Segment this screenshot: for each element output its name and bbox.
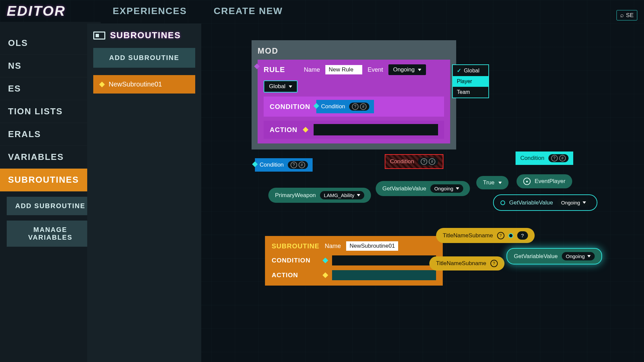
subroutine-name: NewSubroutine01 <box>109 80 162 88</box>
condition-chip-error[interactable]: Condition ?# <box>385 154 444 169</box>
title-subname-pill[interactable]: TitleNameSubname ? ? <box>436 228 535 243</box>
pill-label: GetVariableValue <box>382 185 426 192</box>
event-dropdown[interactable]: Ongoing <box>388 64 426 75</box>
pill-value-dropdown[interactable]: Ongoing <box>557 198 590 207</box>
top-bar: EDITOR EXPERIENCES CREATE NEW ⌕ SE <box>0 0 644 22</box>
help-icon[interactable]: ? <box>490 260 498 267</box>
pill-value: Ongoing <box>434 186 453 191</box>
chevron-down-icon <box>456 187 459 190</box>
scope-value: Global <box>269 83 285 90</box>
pill-value: Ongoing <box>561 200 580 205</box>
id-icon[interactable]: # <box>559 155 566 162</box>
get-variable-pill-glow[interactable]: GetVariableValue Ongoing <box>506 248 602 264</box>
event-label: Event <box>368 66 383 73</box>
event-player-pill[interactable]: ● EventPlayer <box>517 174 572 188</box>
action-label: ACTION <box>270 126 298 134</box>
badge-group: ?# <box>548 154 569 162</box>
badge-group: ?# <box>288 161 308 169</box>
pill-value: LAMG_Ability <box>324 192 355 198</box>
manage-variables-button[interactable]: MANAGE VARIABLES <box>7 221 94 247</box>
pill-value-dropdown[interactable]: LAMG_Ability <box>320 191 365 199</box>
diamond-icon <box>99 81 105 87</box>
condition-slot[interactable] <box>332 255 436 265</box>
left-sidebar: OLS NS ES TION LISTS ERALS VARIABLES SUB… <box>0 22 101 362</box>
add-subroutine-button-panel[interactable]: ADD SUBROUTINE <box>93 48 195 68</box>
tab-create-new[interactable]: CREATE NEW <box>214 6 283 16</box>
primary-weapon-pill[interactable]: PrimaryWeapon LAMG_Ability <box>268 188 371 203</box>
action-slot[interactable] <box>332 270 436 280</box>
help-icon: ? <box>521 233 524 238</box>
subroutine-block[interactable]: SUBROUTINE Name NewSubroutine01 CONDITIO… <box>265 236 443 286</box>
chevron-down-icon <box>587 255 591 257</box>
sidebar-item[interactable]: ES <box>0 77 101 100</box>
sidebar-item[interactable]: ERALS <box>0 123 101 146</box>
sidebar-item[interactable]: NS <box>0 55 101 77</box>
sidebar-item[interactable]: VARIABLES <box>0 146 101 169</box>
condition-chip-blue[interactable]: Condition ?# <box>255 158 313 172</box>
sub-condition-row[interactable]: CONDITION <box>272 255 436 265</box>
sub-action-row[interactable]: ACTION <box>272 270 436 280</box>
sidebar-item[interactable]: OLS <box>0 32 101 55</box>
condition-chip[interactable]: Condition ? # <box>316 100 374 113</box>
name-label: Name <box>304 66 320 73</box>
help-icon[interactable]: ? <box>352 103 359 110</box>
help-badge[interactable]: ? <box>517 231 528 240</box>
true-pill[interactable]: True <box>476 176 508 189</box>
help-icon[interactable]: ? <box>290 162 297 168</box>
person-icon: ● <box>523 178 531 185</box>
node-canvas[interactable]: MOD RULE Name New Rule Event Ongoing Glo… <box>201 34 644 362</box>
panel-title: SUBROUTINES <box>110 30 181 41</box>
connector-dot-icon <box>500 200 505 205</box>
condition-chip-cyan[interactable]: Condition ?# <box>516 152 573 165</box>
condition-label: CONDITION <box>270 103 310 111</box>
rule-block[interactable]: RULE Name New Rule Event Ongoing Global … <box>258 60 450 143</box>
pill-value-dropdown[interactable]: Ongoing <box>562 252 595 260</box>
scope-dropdown[interactable]: Global <box>264 80 298 93</box>
option-label: Player <box>457 78 472 84</box>
get-variable-pill[interactable]: GetVariableValue Ongoing <box>376 181 470 196</box>
help-icon[interactable]: ? <box>551 155 558 162</box>
subroutine-list-item[interactable]: NewSubroutine01 <box>93 75 195 94</box>
diamond-icon <box>252 162 258 167</box>
subroutine-name-input[interactable]: NewSubroutine01 <box>346 241 398 251</box>
id-icon[interactable]: # <box>360 103 367 110</box>
title-subname-pill[interactable]: TitleNameSubname ? <box>429 256 504 270</box>
sidebar-item[interactable]: TION LISTS <box>0 100 101 123</box>
app-title: EDITOR <box>7 3 66 19</box>
get-variable-pill-outline[interactable]: GetVariableValue Ongoing <box>493 194 597 211</box>
pill-label: GetVariableValue <box>509 199 553 206</box>
scope-option-global[interactable]: ✓Global <box>453 65 488 76</box>
chevron-down-icon <box>289 85 292 88</box>
add-subroutine-button[interactable]: ADD SUBROUTINE <box>7 197 94 215</box>
tab-experiences[interactable]: EXPERIENCES <box>113 6 187 16</box>
condition-row[interactable]: CONDITION Condition ? # <box>264 97 444 117</box>
mod-block[interactable]: MOD RULE Name New Rule Event Ongoing Glo… <box>252 40 456 149</box>
help-icon[interactable]: ? <box>421 158 427 165</box>
scope-dropdown-menu[interactable]: ✓Global Player Team <box>452 64 489 98</box>
scope-option-player[interactable]: Player <box>453 76 488 87</box>
diamond-icon <box>254 64 260 69</box>
action-slot[interactable] <box>314 124 438 135</box>
subroutine-title: SUBROUTINE <box>272 242 319 250</box>
search-icon: ⌕ <box>620 12 624 19</box>
sidebar-item-subroutines[interactable]: SUBROUTINES <box>0 169 101 191</box>
event-value: Ongoing <box>393 66 415 73</box>
search-box[interactable]: ⌕ SE <box>616 10 637 20</box>
pill-label: EventPlayer <box>535 178 566 185</box>
rule-name-input[interactable]: New Rule <box>325 65 362 74</box>
option-label: Global <box>464 68 479 74</box>
condition-text: Condition <box>260 162 284 168</box>
id-icon[interactable]: # <box>429 158 435 165</box>
mod-label: MOD <box>258 46 450 56</box>
scope-option-team[interactable]: Team <box>453 87 488 98</box>
pill-label: GetVariableValue <box>514 253 558 260</box>
help-icon[interactable]: ? <box>497 232 504 239</box>
connector-dot-icon <box>508 233 513 238</box>
pill-label: TitleNameSubname <box>436 260 486 267</box>
subroutines-icon <box>93 32 105 40</box>
rule-title: RULE <box>264 65 285 74</box>
id-icon[interactable]: # <box>299 162 305 168</box>
action-row[interactable]: ACTION <box>264 121 444 139</box>
condition-text: Condition <box>520 155 544 162</box>
pill-value-dropdown[interactable]: Ongoing <box>430 184 464 193</box>
